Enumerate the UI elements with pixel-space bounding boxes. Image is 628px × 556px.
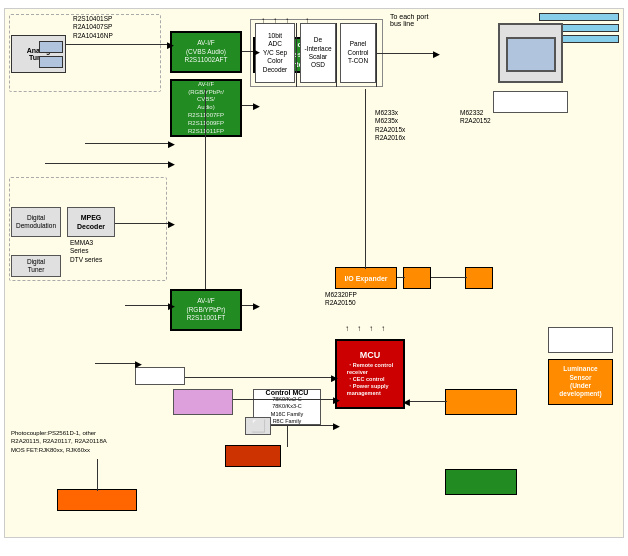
digital-tuner-box: DigitalTuner [11,255,61,277]
arrow-hdmi-mcu: ▶ [331,373,338,383]
line-pc-hdmi [95,363,137,364]
mcu-up-arrow-2: ↑ [357,324,361,333]
mcu-up-arrow-1: ↑ [345,324,349,333]
vline-dvp3 [376,23,377,87]
lcd-visual [506,37,556,72]
arrow-dvp-lcd: ▶ [433,49,440,59]
up-arrow-4: ↑ [305,16,309,25]
line-composite-avif [85,143,171,144]
m62332-label: M62332R2A20152 [460,109,491,126]
arrow-tuner-avif: ▶ [167,40,174,50]
mpeg-decoder-label: MPEGDecoder [77,213,105,231]
line-hdmi-mcu [185,377,335,378]
mcu-label: MCU [360,350,381,361]
line-mpeg-avif2 [115,223,171,224]
m62320fp-label: M62320FPR2A20150 [325,291,357,308]
line-remote-mcu [271,425,337,426]
control-mcu-label: Control MCU [266,389,309,396]
vline-avif-main [205,89,206,289]
backlight-box [493,91,568,113]
luminance-label: LuminanceSensor(Underdevelopment) [559,365,601,399]
diagram-area: To each portbus line R2S10401SPR2A10407S… [4,8,624,538]
sscg-box [445,389,517,415]
vline-dvp-io [365,89,366,269]
arrow-eeprom-mcu: ▶ [333,395,340,405]
eeprom-box [173,389,233,415]
up-arrow-2: ↑ [273,16,277,25]
arrow-remote-mcu: ▶ [333,421,340,431]
line-tuner-avif [66,44,170,45]
line-eeprom-mcu [233,399,337,400]
avif-rgb2-box: AV-I/F(RGB/YPbPr)R2S11001FT [170,289,242,331]
vline-dvp1 [296,23,297,87]
legend-zener-diode [539,13,619,21]
avif-rgb1-label: AV-I/F(RGB/YPbPr/CVBS/Audio)R2S11007FPR2… [188,81,224,136]
arrow-avif-dvp: ▶ [253,47,260,57]
mcu-up-arrow-4: ↑ [381,324,385,333]
line-dvp-lcd [377,53,437,54]
arrow-pc-hdmi: ▶ [135,359,142,369]
digital-demod-label: DigitalDemodulation [16,214,56,231]
onboard-box [445,469,517,495]
remote-icon: ⬜ [251,419,266,433]
arrow-digital-avif2: ▶ [168,301,175,311]
page-wrapper: To each portbus line R2S10401SPR2A10407S… [0,0,628,556]
io-expander-label: I/O Expander [344,275,387,282]
arrow-sscg-mcu: ◀ [403,397,410,407]
vline-power [97,459,98,491]
lcd-panel-box [498,23,563,83]
avif-cvbs-box: AV-I/F(CVBS Audio)R2S11002AFT [170,31,242,73]
dvp-border [250,19,383,87]
line-digital-avif2 [125,305,171,306]
arrow-vhs-avif: ▶ [168,159,175,169]
dac1-box [403,267,431,289]
io-expander-box: I/O Expander [335,267,397,289]
digital-tuner-label: DigitalTuner [27,258,45,275]
arrow-rgb1-dvp: ▶ [253,101,260,111]
ic-labels-top: R2S10401SPR2A10407SPR2A10416NP [73,15,113,40]
sif-box [39,41,63,53]
power-supply-box [57,489,137,511]
emma3-label: EMMA3SeriesDTV series [70,239,102,264]
bus-line-label: To each portbus line [390,13,429,27]
mcu-details: ・Remote controlreceiver・CEC control・Powe… [346,361,394,399]
mcu-up-arrow-3: ↑ [369,324,373,333]
control-mcu-ic: 78K0/Kx2-C78K0/Kx3-CM16C FamilyR8C Famil… [271,396,303,425]
photocoupler-label: Photocoupler:PS2561D-1, otherR2A20115, R… [11,429,107,454]
arrow-avif2-dvp: ▶ [253,301,260,311]
avif-rgb2-label: AV-I/F(RGB/YPbPr)R2S11001FT [186,297,225,322]
vline-dvp2 [336,23,337,87]
up-arrow-1: ↑ [261,16,265,25]
remote-receiver-box: ⬜ [245,417,271,435]
vline-ctrl-reset [287,425,288,447]
ph5501a-box [548,327,613,353]
line-io-dac1 [397,277,405,278]
mpeg-decoder-box: MPEGDecoder [67,207,115,237]
m6233x-label: M6233xM6235xR2A2015xR2A2016x [375,109,405,143]
reset-ic-box [225,445,281,467]
avif-rgb1-box: AV-I/F(RGB/YPbPr/CVBS/Audio)R2S11007FPR2… [170,79,242,137]
digital-demod-box: DigitalDemodulation [11,207,61,237]
line-vhs-avif [45,163,171,164]
mcu-box: MCU ・Remote controlreceiver・CEC control・… [335,339,405,409]
arrow-composite-avif: ▶ [168,139,175,149]
line-sscg-mcu [409,401,447,402]
dac2-box [465,267,493,289]
vif-box [39,56,63,68]
arrow-mpeg-avif2: ▶ [168,219,175,229]
line-dac1-dac2 [431,277,467,278]
luminance-box: LuminanceSensor(Underdevelopment) [548,359,613,405]
up-arrow-3: ↑ [285,16,289,25]
avif-cvbs-label: AV-I/F(CVBS Audio)R2S11002AFT [185,39,228,64]
hdmi-if-box [135,367,185,385]
